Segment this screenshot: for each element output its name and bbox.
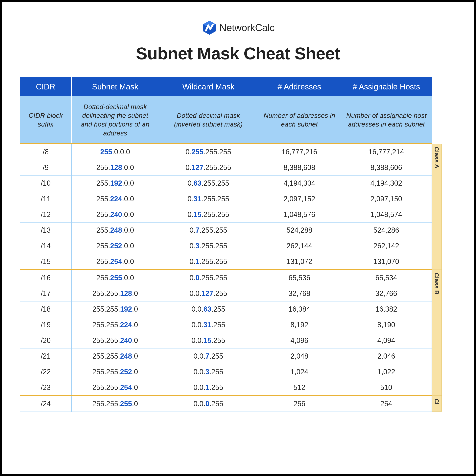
cell-wildcard-mask: 0.0.7.255 bbox=[159, 348, 258, 364]
cell-cidr: /9 bbox=[20, 160, 72, 175]
cell-hosts: 8,388,606 bbox=[341, 160, 432, 175]
cell-cidr: /13 bbox=[20, 222, 72, 238]
table-row: /18255.255.192.00.0.63.25516,38416,382 bbox=[20, 301, 432, 317]
table-row: /16255.255.0.00.0.255.25565,53665,534 bbox=[20, 270, 432, 286]
cell-cidr: /15 bbox=[20, 254, 72, 270]
cell-addresses: 65,536 bbox=[258, 270, 341, 286]
cell-cidr: /12 bbox=[20, 207, 72, 222]
table-row: /15255.254.0.00.1.255.255131,072131,070 bbox=[20, 254, 432, 270]
cell-subnet-mask: 255.255.128.0 bbox=[72, 286, 159, 301]
table-description-row: CIDR block suffix Dotted-decimal mask de… bbox=[20, 96, 432, 144]
header-subnet: Subnet Mask bbox=[72, 77, 159, 96]
header-wildcard: Wildcard Mask bbox=[159, 77, 258, 96]
networkcalc-logo-icon bbox=[202, 20, 217, 36]
cell-cidr: /22 bbox=[20, 364, 72, 380]
cell-wildcard-mask: 0.0.63.255 bbox=[159, 301, 258, 317]
cell-addresses: 2,048 bbox=[258, 348, 341, 364]
cell-hosts: 16,382 bbox=[341, 301, 432, 317]
cell-subnet-mask: 255.255.192.0 bbox=[72, 301, 159, 317]
table-row: /21255.255.248.00.0.7.2552,0482,046 bbox=[20, 348, 432, 364]
cell-addresses: 8,388,608 bbox=[258, 160, 341, 175]
table-row: /8255.0.0.00.255.255.25516,777,21616,777… bbox=[20, 144, 432, 160]
cell-addresses: 4,194,304 bbox=[258, 175, 341, 191]
cell-wildcard-mask: 0.1.255.255 bbox=[159, 254, 258, 270]
brand-logo: NetworkCalc bbox=[20, 20, 456, 36]
cell-wildcard-mask: 0.255.255.255 bbox=[159, 144, 258, 160]
cell-addresses: 4,096 bbox=[258, 333, 341, 348]
cell-cidr: /14 bbox=[20, 238, 72, 254]
cell-cidr: /21 bbox=[20, 348, 72, 364]
cell-subnet-mask: 255.240.0.0 bbox=[72, 207, 159, 222]
cell-hosts: 1,022 bbox=[341, 364, 432, 380]
subnet-table: CIDR Subnet Mask Wildcard Mask # Address… bbox=[20, 77, 432, 412]
class-a-tab: Class A bbox=[432, 144, 442, 270]
header-addresses: # Addresses bbox=[258, 77, 341, 96]
table-row: /20255.255.240.00.0.15.2554,0964,094 bbox=[20, 333, 432, 348]
table-row: /17255.255.128.00.0.127.25532,76832,766 bbox=[20, 286, 432, 301]
class-b-tab: Class B bbox=[432, 270, 442, 396]
table-row: /10255.192.0.00.63.255.2554,194,3044,194… bbox=[20, 175, 432, 191]
cell-subnet-mask: 255.255.254.0 bbox=[72, 380, 159, 396]
table-row: /23255.255.254.00.0.1.255512510 bbox=[20, 380, 432, 396]
cell-subnet-mask: 255.192.0.0 bbox=[72, 175, 159, 191]
cell-addresses: 8,192 bbox=[258, 317, 341, 333]
cell-cidr: /23 bbox=[20, 380, 72, 396]
table-row: /14255.252.0.00.3.255.255262,144262,142 bbox=[20, 238, 432, 254]
cell-addresses: 524,288 bbox=[258, 222, 341, 238]
cell-cidr: /16 bbox=[20, 270, 72, 286]
cell-subnet-mask: 255.255.248.0 bbox=[72, 348, 159, 364]
cell-addresses: 16,777,216 bbox=[258, 144, 341, 160]
cell-wildcard-mask: 0.0.0.255 bbox=[159, 396, 258, 412]
cell-subnet-mask: 255.255.0.0 bbox=[72, 270, 159, 286]
header-hosts: # Assignable Hosts bbox=[341, 77, 432, 96]
cell-hosts: 262,142 bbox=[341, 238, 432, 254]
desc-addresses: Number of addresses in each subnet bbox=[258, 96, 341, 144]
cell-subnet-mask: 255.252.0.0 bbox=[72, 238, 159, 254]
table-row: /13255.248.0.00.7.255.255524,288524,286 bbox=[20, 222, 432, 238]
cell-wildcard-mask: 0.0.255.255 bbox=[159, 270, 258, 286]
cell-subnet-mask: 255.255.240.0 bbox=[72, 333, 159, 348]
cell-hosts: 4,194,302 bbox=[341, 175, 432, 191]
cell-hosts: 32,766 bbox=[341, 286, 432, 301]
cell-subnet-mask: 255.255.224.0 bbox=[72, 317, 159, 333]
cell-cidr: /8 bbox=[20, 144, 72, 160]
brand-name: NetworkCalc bbox=[219, 22, 274, 34]
cell-cidr: /24 bbox=[20, 396, 72, 412]
table-row: /11255.224.0.00.31.255.2552,097,1522,097… bbox=[20, 191, 432, 207]
cell-hosts: 2,097,150 bbox=[341, 191, 432, 207]
cell-subnet-mask: 255.224.0.0 bbox=[72, 191, 159, 207]
desc-wildcard: Dotted-decimal mask (inverted subnet mas… bbox=[159, 96, 258, 144]
table-row: /12255.240.0.00.15.255.2551,048,5761,048… bbox=[20, 207, 432, 222]
cell-cidr: /20 bbox=[20, 333, 72, 348]
cell-cidr: /18 bbox=[20, 301, 72, 317]
cell-wildcard-mask: 0.0.1.255 bbox=[159, 380, 258, 396]
cell-cidr: /11 bbox=[20, 191, 72, 207]
cell-cidr: /10 bbox=[20, 175, 72, 191]
table-header-row: CIDR Subnet Mask Wildcard Mask # Address… bbox=[20, 77, 432, 96]
cell-subnet-mask: 255.255.255.0 bbox=[72, 396, 159, 412]
cell-subnet-mask: 255.248.0.0 bbox=[72, 222, 159, 238]
cell-subnet-mask: 255.255.252.0 bbox=[72, 364, 159, 380]
cell-wildcard-mask: 0.7.255.255 bbox=[159, 222, 258, 238]
desc-hosts: Number of assignable host addresses in e… bbox=[341, 96, 432, 144]
cell-addresses: 1,024 bbox=[258, 364, 341, 380]
cell-addresses: 262,144 bbox=[258, 238, 341, 254]
cell-wildcard-mask: 0.63.255.255 bbox=[159, 175, 258, 191]
cell-subnet-mask: 255.0.0.0 bbox=[72, 144, 159, 160]
table-row: /9255.128.0.00.127.255.2558,388,6088,388… bbox=[20, 160, 432, 175]
cell-addresses: 32,768 bbox=[258, 286, 341, 301]
cell-cidr: /19 bbox=[20, 317, 72, 333]
cell-hosts: 131,070 bbox=[341, 254, 432, 270]
cell-addresses: 512 bbox=[258, 380, 341, 396]
class-sidebar: Class A Class B Cl bbox=[432, 77, 442, 411]
table-row: /22255.255.252.00.0.3.2551,0241,022 bbox=[20, 364, 432, 380]
cell-hosts: 8,190 bbox=[341, 317, 432, 333]
header-cidr: CIDR bbox=[20, 77, 72, 96]
cell-hosts: 16,777,214 bbox=[341, 144, 432, 160]
cell-addresses: 1,048,576 bbox=[258, 207, 341, 222]
cell-wildcard-mask: 0.15.255.255 bbox=[159, 207, 258, 222]
cell-wildcard-mask: 0.0.15.255 bbox=[159, 333, 258, 348]
cell-addresses: 256 bbox=[258, 396, 341, 412]
cell-addresses: 131,072 bbox=[258, 254, 341, 270]
cell-wildcard-mask: 0.0.127.255 bbox=[159, 286, 258, 301]
